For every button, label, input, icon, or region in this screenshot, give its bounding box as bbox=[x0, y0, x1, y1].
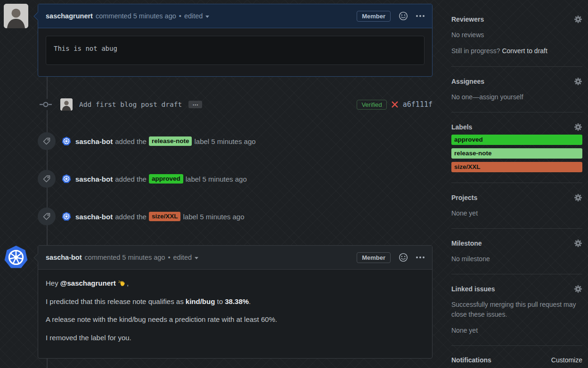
comment-saschagrunert: saschagrunert commented 5 minutes ago • … bbox=[4, 4, 433, 77]
customize-link[interactable]: Customize bbox=[551, 356, 582, 364]
event-actor-link[interactable]: sascha-bot bbox=[75, 175, 113, 183]
smiley-icon bbox=[398, 252, 408, 263]
section-title: Projects bbox=[451, 194, 477, 201]
comment-header: sascha-bot commented 5 minutes ago • edi… bbox=[38, 246, 432, 270]
comment-header: saschagrunert commented 5 minutes ago • … bbox=[38, 4, 432, 28]
event-action: added the bbox=[115, 137, 147, 145]
commit-row: Add first blog post draft … Verified a6f… bbox=[40, 98, 433, 111]
label-chip[interactable]: release-note bbox=[149, 136, 192, 146]
reviewers-hint: Still in progress? Convert to draft bbox=[451, 46, 582, 56]
sidebar-section-assignees: Assignees No one—assign yourself bbox=[451, 77, 582, 112]
reviewers-settings-button[interactable] bbox=[574, 15, 582, 24]
linked-issues-settings-button[interactable] bbox=[574, 285, 582, 293]
user-photo bbox=[60, 98, 73, 111]
label-chip[interactable]: size/XXL bbox=[149, 212, 181, 221]
label-event-row: sascha-bot added the size/XXL label 5 mi… bbox=[38, 208, 433, 225]
label-event-row: sascha-bot added the release-note label … bbox=[38, 132, 433, 150]
commit-icon bbox=[40, 99, 52, 110]
commit-author-avatar[interactable] bbox=[60, 98, 73, 111]
event-text: sascha-bot added the approved label 5 mi… bbox=[75, 174, 247, 184]
paragraph-greeting: Hey @saschagrunert , bbox=[46, 278, 425, 289]
projects-settings-button[interactable] bbox=[574, 193, 582, 202]
member-badge: Member bbox=[357, 252, 391, 263]
commit-expand-button[interactable]: … bbox=[188, 101, 202, 108]
linked-issues-description: Successfully merging this pull request m… bbox=[451, 300, 582, 319]
comment-card: sascha-bot commented 5 minutes ago • edi… bbox=[38, 245, 433, 359]
bot-avatar[interactable] bbox=[4, 245, 28, 270]
section-title: Reviewers bbox=[451, 16, 484, 23]
event-badge bbox=[38, 170, 56, 188]
commit-status-group: Verified a6f111f bbox=[357, 100, 433, 110]
comment-author-link[interactable]: saschagrunert bbox=[46, 12, 93, 20]
sidebar-label-approved[interactable]: approved bbox=[451, 135, 582, 145]
edited-dropdown[interactable]: edited bbox=[173, 254, 199, 261]
kubernetes-bot-avatar[interactable] bbox=[62, 212, 71, 221]
comment-sascha-bot: sascha-bot commented 5 minutes ago • edi… bbox=[4, 245, 433, 359]
paragraph-removed: I removed the label for you. bbox=[46, 333, 425, 344]
sidebar-label-release-note[interactable]: release-note bbox=[451, 148, 582, 159]
event-actor-link[interactable]: sascha-bot bbox=[75, 213, 113, 221]
milestone-settings-button[interactable] bbox=[574, 239, 582, 248]
tag-icon bbox=[42, 174, 51, 184]
section-title: Linked issues bbox=[451, 285, 495, 293]
commit-hash-link[interactable]: a6f111f bbox=[403, 100, 433, 109]
gear-icon bbox=[574, 239, 582, 248]
meta-dot: • bbox=[168, 254, 170, 261]
convert-to-draft-link[interactable]: Convert to draft bbox=[502, 47, 547, 55]
kebab-icon bbox=[416, 15, 425, 17]
edited-label: edited bbox=[173, 254, 192, 261]
status-failed-x-icon[interactable] bbox=[391, 101, 399, 108]
add-reaction-button[interactable] bbox=[398, 11, 408, 21]
section-title: Labels bbox=[451, 123, 472, 131]
event-actor-link[interactable]: sascha-bot bbox=[75, 137, 113, 145]
sidebar-section-milestone: Milestone No milestone bbox=[451, 239, 582, 274]
comment-meta: commented 5 minutes ago bbox=[85, 254, 165, 261]
verified-badge[interactable]: Verified bbox=[357, 100, 386, 110]
edited-label: edited bbox=[184, 12, 203, 20]
sidebar-label-size-xxl[interactable]: size/XXL bbox=[451, 162, 582, 172]
comment-body: This is not abug bbox=[38, 28, 432, 76]
linked-issues-empty-text: None yet bbox=[451, 326, 582, 335]
kubernetes-bot-avatar[interactable] bbox=[62, 136, 71, 146]
kubernetes-logo bbox=[4, 245, 28, 270]
section-title: Assignees bbox=[451, 78, 484, 85]
event-action: added the bbox=[115, 175, 147, 183]
comment-caret bbox=[33, 12, 42, 20]
comment-meta: commented 5 minutes ago bbox=[96, 12, 176, 20]
smiley-icon bbox=[398, 11, 408, 21]
event-suffix: label 5 minutes ago bbox=[183, 213, 244, 221]
tag-icon bbox=[42, 212, 51, 221]
reviewers-empty-text: No reviews bbox=[451, 30, 582, 40]
timeline-main: saschagrunert commented 5 minutes ago • … bbox=[4, 4, 433, 359]
gear-icon bbox=[574, 285, 582, 293]
sidebar-section-projects: Projects None yet bbox=[451, 193, 582, 229]
sidebar-section-reviewers: Reviewers No reviews Still bbox=[451, 15, 582, 67]
avatar[interactable] bbox=[4, 4, 28, 28]
edited-dropdown[interactable]: edited bbox=[184, 12, 210, 20]
label-event-row: sascha-bot added the approved label 5 mi… bbox=[38, 170, 433, 188]
section-title: Notifications bbox=[451, 356, 491, 364]
comment-card: saschagrunert commented 5 minutes ago • … bbox=[38, 4, 433, 77]
paragraph-prediction: I predicted that this release note quali… bbox=[46, 296, 425, 307]
kubernetes-bot-avatar[interactable] bbox=[62, 174, 71, 184]
mention-link[interactable]: @saschagrunert bbox=[60, 279, 116, 287]
assignees-settings-button[interactable] bbox=[574, 77, 582, 86]
comment-options-button[interactable] bbox=[416, 15, 425, 17]
add-reaction-button[interactable] bbox=[398, 252, 408, 263]
meta-dot: • bbox=[179, 12, 181, 20]
milestone-empty-text: No milestone bbox=[451, 254, 582, 264]
label-chip[interactable]: approved bbox=[149, 174, 183, 184]
event-suffix: label 5 minutes ago bbox=[186, 175, 247, 183]
paragraph-requirement: A release note with the kind/bug needs a… bbox=[46, 314, 425, 325]
comment-caret bbox=[33, 253, 42, 262]
commit-message-link[interactable]: Add first blog post draft bbox=[79, 101, 182, 108]
assignees-empty-text: No one—assign yourself bbox=[451, 92, 582, 102]
gear-icon bbox=[574, 193, 582, 202]
comment-options-button[interactable] bbox=[416, 256, 425, 258]
comment-author-link[interactable]: sascha-bot bbox=[46, 254, 82, 261]
event-action: added the bbox=[115, 213, 147, 221]
labels-settings-button[interactable] bbox=[574, 123, 582, 131]
tag-icon bbox=[42, 136, 51, 146]
comment-header-actions: Member bbox=[357, 252, 425, 263]
gear-icon bbox=[574, 77, 582, 86]
